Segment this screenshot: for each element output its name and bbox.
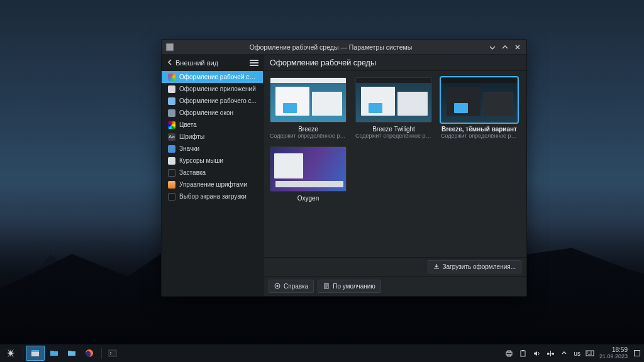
help-button[interactable]: Справка — [269, 280, 314, 293]
theme-card-oxygen[interactable]: Oxygen — [270, 146, 347, 202]
sidebar-item-boot-splash[interactable]: Выбор экрана загрузки — [162, 190, 263, 202]
task-files[interactable] — [64, 346, 80, 361]
download-icon — [433, 263, 440, 271]
colors-icon — [168, 121, 175, 129]
sidebar-item-label: Значки — [179, 145, 199, 152]
theme-card-breeze-dark[interactable]: Breeze, тёмный вариант Содержит определё… — [441, 77, 518, 139]
sidebar-item-label: Оформление рабочего с... — [179, 97, 257, 104]
sidebar-item-global-theme[interactable]: Оформление рабочей среды — [162, 71, 263, 83]
tray-expand-icon[interactable] — [560, 349, 569, 358]
sidebar-item-label: Оформление рабочей среды — [179, 74, 258, 80]
theme-card-breeze-twilight[interactable]: Breeze Twilight Содержит определённое ра… — [355, 77, 432, 139]
taskbar-separator — [101, 348, 102, 359]
download-themes-label: Загрузить оформления... — [443, 263, 516, 270]
tray-keyboard-icon[interactable] — [586, 349, 594, 358]
sidebar-item-label: Оформление приложений — [179, 85, 256, 92]
theme-desc: Содержит определённое рас... — [441, 133, 518, 139]
sidebar-item-label: Заставка — [179, 169, 206, 176]
sidebar-item-label: Выбор экрана загрузки — [179, 193, 247, 200]
fonts-icon: Aa — [168, 133, 175, 141]
page-title: Оформление рабочей среды — [264, 55, 526, 71]
task-dolphin[interactable] — [46, 346, 62, 361]
window-footer: Справка По умолчанию — [264, 276, 526, 296]
sidebar-item-colors[interactable]: Цвета — [162, 119, 263, 131]
theme-name: Breeze, тёмный вариант — [441, 126, 517, 133]
svg-rect-11 — [521, 351, 525, 356]
sidebar-item-label: Цвета — [179, 121, 197, 128]
firefox-icon — [84, 348, 94, 358]
main-panel: Оформление рабочей среды Breeze Содержит… — [264, 55, 526, 296]
theme-thumbnail — [441, 77, 518, 123]
defaults-label: По умолчанию — [333, 283, 375, 290]
plasma-style-icon — [168, 97, 175, 105]
sidebar-item-label: Оформление окон — [179, 109, 233, 116]
application-launcher-button[interactable] — [3, 346, 19, 361]
sidebar-item-plasma-style[interactable]: Оформление рабочего с... — [162, 95, 263, 107]
sidebar-item-cursors[interactable]: Курсоры мыши — [162, 155, 263, 167]
back-button[interactable] — [165, 59, 174, 67]
taskbar: us 18:59 21.09.2023 — [0, 344, 644, 362]
window-maximize-button[interactable] — [500, 42, 510, 52]
main-toolbar: Загрузить оформления... — [264, 257, 526, 276]
svg-rect-13 — [547, 353, 549, 354]
theme-name: Breeze — [298, 126, 318, 133]
tray-network-icon[interactable] — [546, 349, 555, 358]
window-decorations-icon — [168, 109, 175, 117]
task-firefox[interactable] — [81, 346, 97, 361]
sidebar-item-window-decorations[interactable]: Оформление окон — [162, 107, 263, 119]
theme-list: Breeze Содержит определённое распо... Br… — [264, 71, 526, 257]
sidebar-header: Внешний вид — [162, 55, 263, 71]
svg-point-2 — [277, 285, 279, 287]
theme-desc: Содержит определённое распо... — [270, 133, 347, 139]
tray-clipboard-icon[interactable] — [518, 349, 527, 358]
keyboard-layout-indicator[interactable]: us — [574, 350, 580, 357]
taskbar-separator — [23, 348, 23, 359]
tray-volume-icon[interactable] — [532, 349, 541, 358]
theme-thumbnail — [355, 77, 432, 123]
terminal-icon — [108, 348, 118, 358]
svg-rect-0 — [166, 43, 173, 50]
global-theme-icon — [168, 74, 175, 81]
download-themes-button[interactable]: Загрузить оформления... — [428, 260, 521, 273]
window-title: Оформление рабочей среды — Параметры сис… — [177, 43, 485, 51]
window-app-icon — [165, 43, 174, 52]
help-icon — [274, 283, 280, 290]
sidebar-item-label: Курсоры мыши — [179, 157, 223, 164]
clock[interactable]: 18:59 21.09.2023 — [599, 346, 628, 360]
show-desktop-button[interactable] — [633, 349, 641, 358]
window-minimize-button[interactable] — [487, 42, 497, 52]
defaults-button[interactable]: По умолчанию — [318, 280, 381, 293]
system-tray: us 18:59 21.09.2023 — [504, 346, 641, 360]
svg-rect-12 — [522, 350, 524, 351]
hamburger-menu-button[interactable] — [249, 58, 259, 67]
sidebar-item-label: Шрифты — [179, 133, 204, 140]
folder-icon — [67, 348, 77, 358]
theme-thumbnail — [270, 146, 347, 192]
font-management-icon — [168, 181, 175, 189]
theme-name: Breeze Twilight — [372, 126, 415, 133]
task-settings[interactable] — [26, 346, 45, 361]
sidebar-item-icons[interactable]: Значки — [162, 143, 263, 155]
cursor-icon — [168, 157, 175, 165]
sidebar-list: Оформление рабочей среды Оформление прил… — [162, 71, 263, 202]
titlebar[interactable]: Оформление рабочей среды — Параметры сис… — [162, 40, 526, 55]
sidebar-item-application-style[interactable]: Оформление приложений — [162, 83, 263, 95]
svg-rect-16 — [635, 351, 640, 356]
window-close-button[interactable] — [513, 42, 523, 52]
settings-window: Оформление рабочей среды — Параметры сис… — [161, 39, 527, 297]
plasma-logo-icon — [6, 348, 16, 358]
sidebar-item-font-management[interactable]: Управление шрифтами — [162, 178, 263, 190]
sidebar-item-fonts[interactable]: Aa Шрифты — [162, 131, 263, 143]
task-konsole[interactable] — [104, 346, 121, 361]
tray-printer-icon[interactable] — [504, 349, 513, 358]
sidebar-item-splash[interactable]: Заставка — [162, 167, 263, 178]
settings-task-icon — [30, 348, 40, 358]
application-style-icon — [168, 85, 175, 93]
help-label: Справка — [284, 283, 308, 290]
theme-card-breeze[interactable]: Breeze Содержит определённое распо... — [270, 77, 347, 139]
folder-icon — [49, 348, 59, 358]
clock-date: 21.09.2023 — [599, 353, 628, 360]
splash-icon — [168, 169, 175, 177]
sidebar-category-label[interactable]: Внешний вид — [175, 59, 249, 67]
theme-thumbnail — [270, 77, 347, 123]
